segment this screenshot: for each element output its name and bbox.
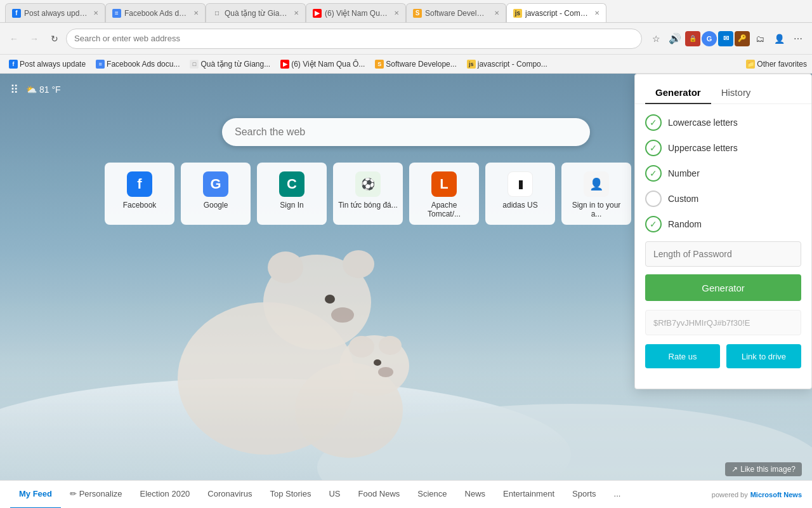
ql-tintuc[interactable]: ⚽ Tin tức bóng đá...: [333, 163, 403, 225]
tab-2-label: Facebook Ads docu...: [124, 9, 188, 18]
popup-actions: Rate us Link to drive: [645, 344, 801, 368]
svg-point-8: [325, 295, 335, 304]
news-powered: powered by Microsoft News: [712, 491, 802, 498]
address-input[interactable]: [66, 29, 642, 49]
popup-tabs: Generator History: [635, 74, 811, 104]
ext-icon-1[interactable]: 🔒: [685, 31, 700, 46]
news-tab-more[interactable]: ...: [605, 481, 630, 509]
tab-5-label: Software Develope...: [425, 9, 488, 18]
news-tab-personalize[interactable]: ✏ Personalize: [61, 481, 131, 509]
bm-3[interactable]: □ Quà tặng từ Giang...: [186, 58, 274, 70]
bm-5-label: Software Develope...: [386, 60, 456, 69]
svg-point-14: [374, 359, 381, 366]
news-tabs: My Feed ✏ Personalize Election 2020 Coro…: [10, 481, 712, 509]
tab-bar: f Post always update ✕ ≡ Facebook Ads do…: [0, 0, 812, 23]
popup-tab-history[interactable]: History: [711, 82, 761, 104]
tab-3[interactable]: □ Quà tặng từ Giang... ✕: [206, 3, 306, 22]
like-image-label: Like this image?: [740, 465, 796, 474]
bm-1-icon: f: [9, 60, 18, 69]
tab-6-close[interactable]: ✕: [594, 10, 599, 17]
apps-button[interactable]: ⠿: [10, 83, 18, 97]
tab-3-close[interactable]: ✕: [294, 10, 299, 17]
option-row-random: ✓ Random: [645, 216, 801, 232]
ql-adidas-icon: |||: [508, 171, 533, 197]
tab-5-close[interactable]: ✕: [494, 10, 499, 17]
tab-3-label: Quà tặng từ Giang...: [225, 9, 288, 18]
tab-2-close[interactable]: ✕: [193, 10, 199, 17]
tab-6[interactable]: js javascript - Compo... ✕: [506, 3, 606, 22]
news-tab-sports[interactable]: Sports: [563, 481, 605, 509]
favorites-button[interactable]: ☆: [647, 30, 665, 48]
ql-tomcat-icon: L: [431, 171, 457, 197]
news-tab-entertainment[interactable]: Entertainment: [494, 481, 563, 509]
checkbox-uppercase[interactable]: ✓: [645, 140, 662, 156]
search-container: [222, 118, 590, 146]
tab-1[interactable]: f Post always update ✕: [5, 3, 105, 22]
bm-5[interactable]: S Software Develope...: [371, 58, 460, 70]
ql-google[interactable]: G Google: [181, 163, 251, 225]
news-tab-us[interactable]: US: [320, 481, 349, 509]
tab-4[interactable]: ▶ (6) Việt Nam Qua Ô... ✕: [306, 3, 406, 22]
read-aloud-button[interactable]: 🔊: [666, 30, 684, 48]
checkbox-random[interactable]: ✓: [645, 216, 662, 232]
ql-tomcat[interactable]: L Apache Tomcat/...: [409, 163, 479, 225]
checkbox-lowercase[interactable]: ✓: [645, 114, 662, 131]
ext-icon-3[interactable]: ✉: [718, 31, 733, 46]
like-icon: ↗: [731, 465, 738, 474]
news-tab-myfeed[interactable]: My Feed: [10, 481, 61, 509]
forward-button[interactable]: →: [25, 30, 43, 48]
collections-button[interactable]: 🗂: [751, 30, 769, 48]
back-button[interactable]: ←: [5, 30, 23, 48]
news-tab-science[interactable]: Science: [409, 481, 455, 509]
bm-3-icon: □: [190, 60, 199, 69]
bm-4[interactable]: ▶ (6) Việt Nam Qua Ô...: [277, 58, 369, 70]
news-tab-election[interactable]: Election 2020: [131, 481, 199, 509]
profile-button[interactable]: 👤: [770, 30, 788, 48]
more-button[interactable]: ⋯: [789, 30, 807, 48]
tab-4-close[interactable]: ✕: [394, 10, 399, 17]
bm-4-icon: ▶: [280, 60, 289, 69]
length-input[interactable]: [645, 241, 801, 267]
bm-6[interactable]: js javascript - Compo...: [463, 58, 551, 70]
bm-1-label: Post always update: [20, 60, 86, 69]
ql-google-label: Google: [204, 201, 228, 210]
checkbox-number[interactable]: ✓: [645, 165, 662, 182]
ext-icon-2[interactable]: G: [702, 31, 717, 46]
ql-adidas[interactable]: ||| adidas US: [485, 163, 555, 225]
news-tab-news[interactable]: News: [456, 481, 495, 509]
ql-facebook-icon: f: [127, 171, 152, 197]
password-generator-popup: Generator History ✓ Lowercase letters ✓ …: [634, 74, 812, 389]
bm-2[interactable]: ≡ Facebook Ads docu...: [92, 58, 183, 70]
ext-icon-4[interactable]: 🔑: [735, 31, 750, 46]
generated-password-text: $RfB7yvJHMIrQJ#b7f30!E: [653, 318, 750, 328]
rate-us-button[interactable]: Rate us: [645, 344, 720, 368]
ql-google-icon: G: [203, 171, 228, 197]
search-input[interactable]: [222, 118, 590, 146]
bm-6-icon: js: [467, 60, 476, 69]
ql-signin2[interactable]: 👤 Sign in to your a...: [561, 163, 631, 225]
ql-tomcat-label: Apache Tomcat/...: [414, 201, 474, 218]
bm-3-label: Quà tặng từ Giang...: [200, 60, 270, 69]
news-tab-foodnews[interactable]: Food News: [350, 481, 409, 509]
bm-1[interactable]: f Post always update: [5, 58, 89, 70]
generator-button[interactable]: Generator: [645, 274, 801, 301]
svg-point-11: [349, 336, 374, 358]
news-tab-coronavirus[interactable]: Coronavirus: [199, 481, 261, 509]
tab-5[interactable]: S Software Develope... ✕: [406, 3, 506, 22]
ql-tintuc-icon: ⚽: [355, 171, 381, 197]
ql-signin-label: Sign In: [280, 201, 303, 210]
option-row-uppercase: ✓ Uppercase letters: [645, 140, 801, 156]
tab-3-icon: □: [213, 9, 221, 18]
ql-facebook[interactable]: f Facebook: [105, 163, 174, 225]
popup-tab-generator[interactable]: Generator: [645, 82, 711, 104]
tab-2[interactable]: ≡ Facebook Ads docu... ✕: [105, 3, 206, 22]
other-favorites[interactable]: 📁 Other favorites: [746, 60, 807, 69]
news-tab-topstories[interactable]: Top Stories: [261, 481, 320, 509]
other-favorites-icon: 📁: [746, 60, 755, 69]
checkbox-custom[interactable]: [645, 190, 662, 207]
tab-1-close[interactable]: ✕: [93, 10, 98, 17]
link-to-drive-button[interactable]: Link to drive: [726, 344, 801, 368]
like-image-button[interactable]: ↗ Like this image?: [725, 462, 802, 476]
ql-signin[interactable]: C Sign In: [257, 163, 327, 225]
refresh-button[interactable]: ↻: [46, 30, 63, 48]
